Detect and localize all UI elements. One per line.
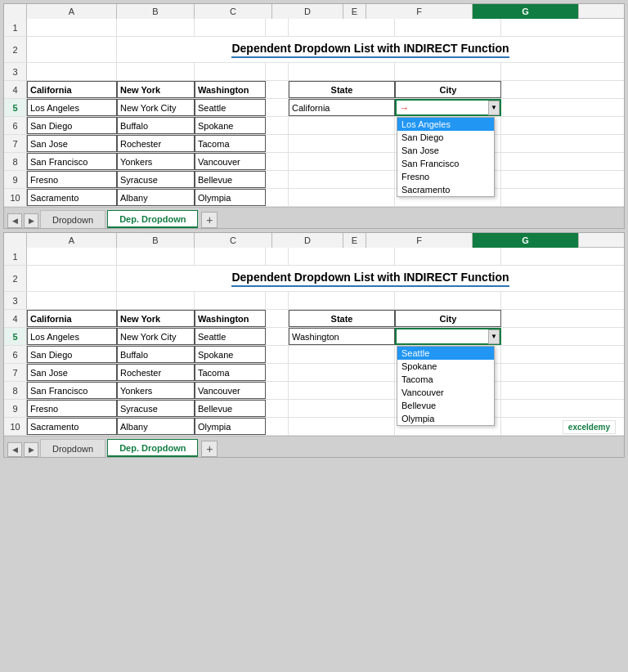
dropdown-item-1[interactable]: San Diego (397, 131, 494, 144)
col-header-spacer (4, 4, 27, 19)
b-cell-f4-state: State (289, 310, 395, 327)
b-tab-nav-left[interactable]: ◀ (7, 442, 22, 457)
b-dropdown-row[interactable]: ▼ (397, 329, 500, 343)
cell-g5-city-dropdown[interactable]: → ▼ Los Angeles San Diego San Jose San F… (395, 99, 501, 116)
row-num-8: 8 (4, 153, 27, 170)
b-tab-dropdown[interactable]: Dropdown (40, 439, 105, 457)
col-header-e: E (343, 4, 366, 19)
row-1: 1 (4, 19, 624, 37)
b-dropdown-item-4[interactable]: Bellevue (397, 399, 494, 412)
tab-dep-dropdown-1[interactable]: Dep. Dropdown (107, 210, 198, 228)
cell-b9: Fresno (27, 171, 117, 188)
add-sheet-button-1[interactable]: + (201, 212, 218, 228)
col-header-a-b: A (27, 233, 117, 248)
b-cell-d5: Seattle (195, 328, 266, 345)
cell-f9 (289, 171, 395, 188)
cell-d1 (195, 19, 266, 36)
row-num-4: 4 (4, 81, 27, 98)
dropdown-item-3[interactable]: San Francisco (397, 157, 494, 170)
column-headers: A B C D E F G (4, 4, 624, 19)
b-dropdown-item-2[interactable]: Tacoma (397, 373, 494, 386)
cell-b7: San Jose (27, 135, 117, 152)
cell-e8 (266, 153, 289, 170)
cell-c9: Syracuse (117, 171, 195, 188)
b-cell-b10: Sacramento (27, 418, 117, 435)
cell-b6: San Diego (27, 117, 117, 134)
bottom-tab-bar: ◀ ▶ Dropdown Dep. Dropdown + (4, 436, 624, 457)
b-cell-c5: New York City (117, 328, 195, 345)
b-tab-dep-dropdown[interactable]: Dep. Dropdown (107, 439, 198, 457)
col-header-a: A (27, 4, 117, 19)
b-dropdown-button[interactable]: ▼ (488, 329, 500, 344)
b-cell-c10: Albany (117, 418, 195, 435)
dropdown-list-1[interactable]: Los Angeles San Diego San Jose San Franc… (397, 117, 495, 197)
cell-f8 (289, 153, 395, 170)
cell-g1 (395, 19, 501, 36)
b-row-7: 7 San Jose Rochester Tacoma (4, 364, 624, 382)
bottom-excel-window: A B C D E F G 1 2 Dependent Dropdown Lis… (3, 232, 625, 458)
b-cell-e7 (266, 364, 289, 381)
b-dropdown-item-3[interactable]: Vancouver (397, 386, 494, 399)
col-header-spacer-b (4, 233, 27, 248)
row-2: 2 Dependent Dropdown List with INDIRECT … (4, 37, 624, 63)
watermark: exceldemy (563, 420, 616, 434)
col-header-g-b: G (473, 233, 579, 248)
b-row-num-6: 6 (4, 346, 27, 363)
dropdown-item-2[interactable]: San Jose (397, 144, 494, 157)
dropdown-button[interactable]: ▼ (488, 101, 500, 115)
cell-e5 (266, 99, 289, 116)
dropdown-arrow-red: → (397, 103, 488, 113)
b-row-8: 8 San Francisco Yonkers Vancouver (4, 382, 624, 400)
cell-g4-city: City (395, 81, 501, 98)
b-row-num-1: 1 (4, 248, 27, 265)
col-header-b: B (117, 4, 195, 19)
cell-f7 (289, 135, 395, 152)
cell-e1 (266, 19, 289, 36)
tab-nav-right[interactable]: ▶ (24, 213, 38, 228)
row-10: 10 Sacramento Albany Olympia (4, 189, 624, 207)
b-cell-f8 (289, 382, 395, 399)
b-row-2: 2 Dependent Dropdown List with INDIRECT … (4, 266, 624, 292)
b-cell-c3 (117, 292, 195, 309)
b-row-num-9: 9 (4, 400, 27, 417)
tab-dropdown-1[interactable]: Dropdown (40, 210, 105, 228)
b-cell-e3 (266, 292, 289, 309)
b-cell-d9: Bellevue (195, 400, 266, 417)
col-header-c: C (195, 4, 272, 19)
cell-f5-state-val[interactable]: California (289, 99, 395, 116)
b-cell-d4: Washington (195, 310, 266, 327)
cell-d5: Seattle (195, 99, 266, 116)
row-3: 3 (4, 63, 624, 81)
b-row-num-10: 10 (4, 418, 27, 435)
b-row-num-8: 8 (4, 382, 27, 399)
b-cell-e5 (266, 328, 289, 345)
b-cell-b7: San Jose (27, 364, 117, 381)
dropdown-item-5[interactable]: Sacramento (397, 183, 494, 196)
col-header-f: F (366, 4, 473, 19)
col-header-b-b: B (117, 233, 195, 248)
dropdown-item-4[interactable]: Fresno (397, 170, 494, 183)
b-dropdown-item-0[interactable]: Seattle (397, 347, 494, 360)
cell-c8: Yonkers (117, 153, 195, 170)
cell-e10 (266, 189, 289, 206)
tab-nav-left[interactable]: ◀ (7, 213, 22, 228)
top-excel-window: A B C D E F G 1 2 Dependent Dropdown Lis… (3, 3, 625, 229)
cell-d6: Spokane (195, 117, 266, 134)
b-cell-d6: Spokane (195, 346, 266, 363)
cell-e4 (266, 81, 289, 98)
b-dropdown-item-1[interactable]: Spokane (397, 360, 494, 373)
column-headers-bottom: A B C D E F G (4, 233, 624, 248)
b-cell-g5-city-dropdown[interactable]: ▼ Seattle Spokane Tacoma Vancouver Belle… (395, 328, 501, 345)
b-row-3: 3 (4, 292, 624, 310)
dropdown-item-0[interactable]: Los Angeles (397, 118, 494, 131)
dropdown-row[interactable]: → ▼ (397, 101, 500, 114)
b-tab-nav-right[interactable]: ▶ (24, 442, 38, 457)
cell-f3 (289, 63, 395, 80)
b-cell-d10: Olympia (195, 418, 266, 435)
b-cell-c1 (117, 248, 195, 265)
b-cell-f5-state-val[interactable]: Washington (289, 328, 395, 345)
dropdown-list-2[interactable]: Seattle Spokane Tacoma Vancouver Bellevu… (397, 346, 495, 426)
add-sheet-button-2[interactable]: + (201, 441, 218, 457)
b-dropdown-item-5[interactable]: Olympia (397, 412, 494, 425)
cell-d10: Olympia (195, 189, 266, 206)
